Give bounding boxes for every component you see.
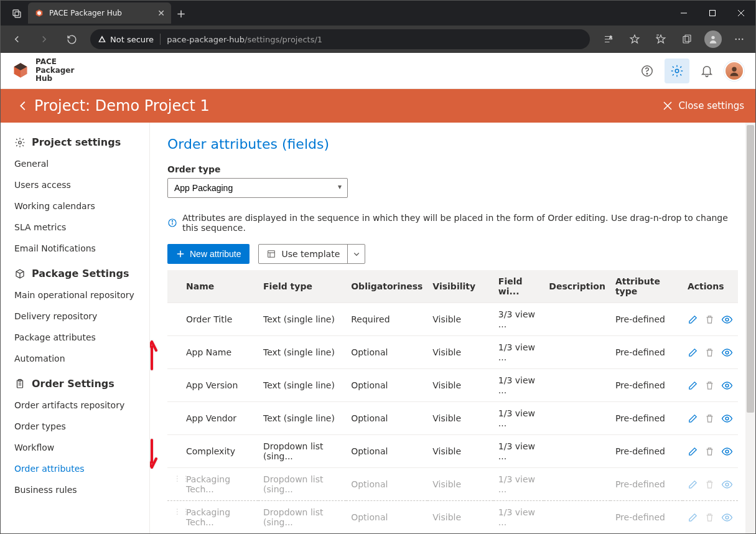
sidebar-item[interactable]: Order attributes (1, 458, 149, 479)
user-avatar[interactable] (724, 61, 744, 81)
delete-icon[interactable] (704, 512, 715, 523)
edit-icon[interactable] (688, 380, 698, 391)
delete-icon[interactable] (704, 380, 715, 391)
settings-gear-icon[interactable] (665, 59, 689, 83)
brand-logo[interactable]: PACE Packager Hub (12, 58, 74, 83)
table-header[interactable]: Name (167, 270, 258, 303)
table-header[interactable]: Actions (683, 270, 738, 303)
close-settings-button[interactable]: Close settings (663, 100, 744, 111)
close-settings-label: Close settings (679, 100, 744, 111)
table-header[interactable]: Description (544, 270, 610, 303)
favorites-star-icon[interactable] (622, 27, 647, 52)
sidebar-item[interactable]: Order artifacts repository (1, 395, 149, 416)
edit-icon[interactable] (688, 446, 698, 457)
browser-tab[interactable]: PACE Packager Hub ✕ (28, 2, 171, 24)
window-maximize-icon[interactable] (698, 1, 727, 26)
table-row[interactable]: ComplexityDropdown list (sing...Optional… (167, 435, 738, 468)
profile-avatar-icon[interactable] (701, 27, 726, 52)
sidebar-item[interactable]: Email Notifications (1, 238, 149, 259)
table-cell: App Name (167, 336, 258, 369)
sidebar-item[interactable]: SLA metrics (1, 217, 149, 238)
tab-close-icon[interactable]: ✕ (157, 8, 165, 18)
table-row[interactable]: App VersionText (single line)OptionalVis… (167, 369, 738, 402)
sidebar-item[interactable]: Delivery repository (1, 306, 149, 327)
use-template-button[interactable]: Use template (258, 244, 365, 264)
sidebar-item[interactable]: Main operational repository (1, 284, 149, 306)
table-header[interactable]: Obligatoriness (346, 270, 427, 303)
table-header[interactable]: Field wi... (493, 270, 544, 303)
visibility-eye-icon[interactable] (721, 380, 733, 391)
drag-handle-icon[interactable]: ⋮⋮ (174, 474, 191, 483)
table-row[interactable]: Order TitleText (single line)RequiredVis… (167, 303, 738, 336)
info-message: Attributes are displayed in the sequence… (167, 213, 738, 233)
delete-icon[interactable] (704, 314, 715, 325)
notifications-bell-icon[interactable] (694, 59, 719, 83)
sidebar-item[interactable]: Business rules (1, 479, 149, 500)
edit-icon[interactable] (688, 512, 698, 523)
delete-icon[interactable] (704, 347, 715, 358)
edit-icon[interactable] (688, 413, 698, 424)
new-tab-button[interactable]: + (171, 7, 191, 20)
window-close-icon[interactable] (727, 1, 755, 26)
table-cell: Dropdown list (sing... (258, 501, 346, 534)
not-secure-badge[interactable]: Not secure (98, 35, 154, 44)
visibility-eye-icon[interactable] (721, 314, 733, 326)
favorites-icon[interactable] (648, 27, 673, 52)
sidebar-item[interactable]: Workflow (1, 437, 149, 458)
sidebar-item[interactable]: Working calendars (1, 195, 149, 217)
use-template-dropdown[interactable] (347, 245, 365, 263)
tab-title: PACE Packager Hub (49, 9, 152, 17)
new-attribute-button[interactable]: New attribute (167, 244, 250, 264)
table-row[interactable]: App NameText (single line)OptionalVisibl… (167, 336, 738, 369)
edit-icon[interactable] (688, 479, 698, 490)
table-header[interactable]: Visibility (427, 270, 493, 303)
tab-actions-icon[interactable] (6, 1, 28, 26)
visibility-eye-icon[interactable] (721, 512, 733, 523)
table-row[interactable]: ⋮⋮Packaging Tech...Dropdown list (sing..… (167, 468, 738, 501)
nav-back-button[interactable] (4, 27, 29, 52)
address-bar[interactable]: Not secure pace-packager-hub/settings/pr… (90, 29, 590, 49)
table-row[interactable]: ⋮⋮Packaging Tech...Dropdown list (sing..… (167, 501, 738, 534)
window-minimize-icon[interactable] (670, 1, 698, 26)
svg-point-34 (726, 318, 729, 321)
edit-icon[interactable] (688, 314, 698, 325)
visibility-eye-icon[interactable] (721, 479, 733, 490)
more-menu-icon[interactable] (727, 27, 752, 52)
visibility-eye-icon[interactable] (721, 446, 733, 457)
collections-icon[interactable] (674, 27, 699, 52)
tab-favicon-icon (34, 8, 44, 18)
visibility-eye-icon[interactable] (721, 347, 733, 358)
sidebar-item[interactable]: Users access (1, 174, 149, 195)
sidebar-item[interactable]: Order types (1, 416, 149, 437)
table-cell: ⋮⋮Packaging Tech... (167, 468, 258, 501)
table-row[interactable]: App VendorText (single line)OptionalVisi… (167, 402, 738, 435)
nav-refresh-button[interactable] (59, 27, 84, 52)
table-cell: Text (single line) (258, 402, 346, 435)
page-back-button[interactable] (12, 99, 34, 113)
drag-handle-icon[interactable]: ⋮⋮ (174, 507, 191, 516)
table-cell: Pre-defined (610, 435, 683, 468)
order-type-select[interactable]: App Packaging (167, 178, 348, 198)
table-header[interactable]: Field type (258, 270, 346, 303)
visibility-eye-icon[interactable] (721, 413, 733, 424)
delete-icon[interactable] (704, 479, 715, 490)
vertical-scrollbar[interactable] (745, 123, 755, 533)
table-cell: ⋮⋮Packaging Tech... (167, 501, 258, 534)
table-cell (544, 501, 610, 534)
sidebar-item[interactable]: General (1, 153, 149, 174)
read-aloud-icon[interactable]: A (596, 27, 621, 52)
sidebar-item[interactable]: Package attributes (1, 327, 149, 348)
close-icon (663, 101, 673, 111)
table-cell (544, 402, 610, 435)
help-icon[interactable] (635, 59, 660, 83)
table-header[interactable]: Attribute type (610, 270, 683, 303)
edit-icon[interactable] (688, 347, 698, 358)
table-cell: Optional (346, 369, 427, 402)
table-cell: Pre-defined (610, 336, 683, 369)
sidebar-item[interactable]: Automation (1, 348, 149, 369)
delete-icon[interactable] (704, 413, 715, 424)
table-cell-actions (683, 468, 738, 501)
table-cell: 3/3 view ... (493, 303, 544, 336)
table-cell: Pre-defined (610, 369, 683, 402)
delete-icon[interactable] (704, 446, 715, 457)
